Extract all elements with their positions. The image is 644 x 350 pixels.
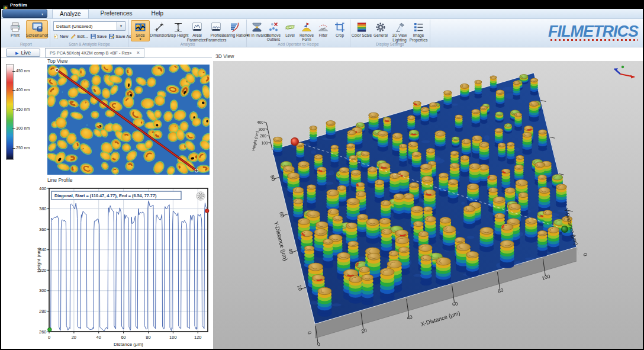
areal-parameters-icon bbox=[191, 21, 203, 33]
svg-text:Height (nm): Height (nm) bbox=[36, 248, 41, 272]
ribbon-group-report: Print ScreenShot Report bbox=[2, 20, 50, 47]
profilm-window: Profilm ▾ Analyze Preferences Help Print… bbox=[0, 0, 644, 350]
dimension-icon bbox=[153, 21, 165, 33]
titlebar: Profilm bbox=[1, 1, 643, 9]
ribbon-tab-help[interactable]: Help bbox=[144, 9, 171, 18]
tab-divider bbox=[1, 57, 212, 58]
edit-icon bbox=[70, 33, 76, 40]
svg-text:20: 20 bbox=[360, 327, 368, 334]
svg-text:120: 120 bbox=[194, 335, 202, 340]
svg-text:20: 20 bbox=[296, 284, 304, 292]
list-icon bbox=[413, 21, 424, 33]
svg-text:300: 300 bbox=[39, 288, 47, 293]
caret-down-icon: ▾ bbox=[41, 12, 43, 16]
remove-form-icon bbox=[301, 21, 313, 33]
svg-text:100: 100 bbox=[169, 335, 177, 340]
svg-text:Y-Distance (μm): Y-Distance (μm) bbox=[563, 208, 579, 246]
height-color-scale bbox=[6, 64, 14, 160]
ribbon-group-analysis: Slice ▾ Dimension Step Height Areal Para… bbox=[129, 20, 247, 47]
color-scale-label: 400 nm bbox=[16, 88, 30, 92]
fill-in-invalids-icon bbox=[251, 21, 263, 33]
crop-button[interactable]: Crop bbox=[331, 20, 348, 38]
svg-text:Diagonal, Start = (110.47, 4.7: Diagonal, Start = (110.47, 4.77), End = … bbox=[54, 193, 157, 198]
line-profile-chart[interactable]: 020406080100120260280300320340360380400D… bbox=[36, 184, 211, 349]
svg-text:400: 400 bbox=[39, 186, 47, 191]
svg-text:Distance (μm): Distance (μm) bbox=[114, 342, 143, 347]
ribbon-tab-analyze[interactable]: Analyze bbox=[52, 9, 89, 18]
profile-parameters-icon bbox=[210, 21, 222, 33]
bearing-ratio-icon bbox=[229, 21, 241, 33]
ribbon-group-add-operator: Fill In Invalids Remove Outliers Level R… bbox=[247, 20, 350, 47]
remove-form-button[interactable]: Remove Form bbox=[298, 20, 315, 43]
color-scale-label: 250 nm bbox=[16, 146, 30, 150]
step-height-icon bbox=[172, 21, 184, 33]
svg-text:X-Distance (μm): X-Distance (μm) bbox=[420, 310, 461, 327]
play-icon: ▶ bbox=[15, 51, 18, 55]
ribbon: Print ScreenShot Report Default (Unsaved… bbox=[1, 19, 643, 47]
profile-parameters-button[interactable]: Profile Parameters bbox=[207, 20, 226, 43]
svg-text:300: 300 bbox=[259, 127, 265, 131]
svg-text:80: 80 bbox=[269, 174, 277, 182]
recipe-select[interactable]: Default (Unsaved) ▼ bbox=[53, 21, 125, 31]
caret-down-icon: ▾ bbox=[139, 38, 141, 41]
svg-text:0: 0 bbox=[306, 330, 313, 335]
three-d-axes-overlay: 020406080100X-Distance (μm)020406080Y-Di… bbox=[213, 61, 643, 349]
svg-text:0: 0 bbox=[48, 335, 50, 340]
remove-outliers-button[interactable]: Remove Outliers bbox=[265, 20, 282, 43]
svg-text:260: 260 bbox=[39, 329, 47, 335]
svg-text:Y-Distance (μm): Y-Distance (μm) bbox=[273, 221, 289, 262]
recipe-new-button[interactable]: New bbox=[52, 33, 69, 40]
crop-icon bbox=[334, 21, 346, 33]
recipe-dropdown-button[interactable]: ▼ bbox=[117, 22, 125, 30]
ribbon-tab-preferences[interactable]: Preferences bbox=[94, 9, 140, 18]
close-tab-icon[interactable]: × bbox=[137, 50, 140, 56]
svg-text:80: 80 bbox=[497, 287, 504, 294]
remove-outliers-icon bbox=[268, 21, 279, 33]
screenshot-button[interactable]: ScreenShot bbox=[26, 20, 48, 38]
gear-icon bbox=[375, 21, 387, 33]
three-d-view-label: 3D View bbox=[215, 53, 234, 59]
svg-text:40: 40 bbox=[406, 314, 413, 321]
live-button[interactable]: ▶ Live bbox=[6, 49, 40, 57]
screenshot-icon bbox=[31, 21, 43, 33]
image-properties-button[interactable]: Image Properties bbox=[409, 20, 428, 43]
svg-text:60: 60 bbox=[121, 335, 125, 340]
svg-text:380: 380 bbox=[39, 206, 47, 211]
svg-text:60: 60 bbox=[278, 211, 286, 219]
document-tab-title: PS PCA 50Xobj 4XZM comp B <BF - Res> bbox=[50, 50, 132, 56]
svg-text:40: 40 bbox=[96, 335, 101, 340]
printer-icon bbox=[9, 21, 21, 33]
bearing-ratio-button[interactable]: Bearing Ratio ▾ bbox=[226, 20, 244, 38]
save-as-icon bbox=[108, 33, 115, 40]
new-icon bbox=[53, 33, 59, 40]
document-tab[interactable]: PS PCA 50Xobj 4XZM comp B <BF - Res> × bbox=[45, 48, 144, 57]
svg-text:80: 80 bbox=[146, 335, 150, 340]
svg-text:280: 280 bbox=[39, 309, 47, 314]
svg-text:20: 20 bbox=[72, 335, 76, 340]
print-button[interactable]: Print bbox=[4, 20, 26, 38]
application-menu-button[interactable]: ▾ bbox=[2, 9, 47, 18]
three-d-view[interactable]: 020406080100X-Distance (μm)020406080Y-Di… bbox=[213, 61, 643, 349]
orientation-triad-icon bbox=[614, 66, 635, 79]
svg-text:100: 100 bbox=[541, 273, 551, 281]
svg-text:360: 360 bbox=[39, 227, 47, 232]
svg-text:400: 400 bbox=[257, 120, 263, 124]
recipe-edit-button[interactable]: Edit... bbox=[69, 33, 88, 40]
lamp-icon bbox=[394, 21, 405, 33]
svg-text:Height (nm): Height (nm) bbox=[251, 131, 260, 152]
color-scale-icon bbox=[356, 21, 368, 33]
svg-text:0: 0 bbox=[317, 341, 321, 348]
color-scale-label: 300 nm bbox=[16, 126, 30, 130]
color-scale-label: 450 nm bbox=[16, 69, 30, 73]
svg-text:60: 60 bbox=[452, 300, 459, 307]
filter-icon bbox=[317, 21, 329, 33]
svg-text:40: 40 bbox=[287, 248, 295, 255]
ribbon-group-display-settings: Color Scale General 3D View Lighting Ima… bbox=[350, 20, 430, 47]
recipe-save-button[interactable]: Save bbox=[89, 33, 107, 40]
svg-text:0: 0 bbox=[582, 252, 588, 257]
slice-button[interactable]: Slice ▾ bbox=[131, 20, 150, 41]
top-view-image[interactable] bbox=[47, 65, 210, 175]
svg-text:200: 200 bbox=[260, 134, 266, 138]
save-icon bbox=[90, 33, 96, 40]
menubar: ▾ Analyze Preferences Help bbox=[1, 9, 643, 19]
